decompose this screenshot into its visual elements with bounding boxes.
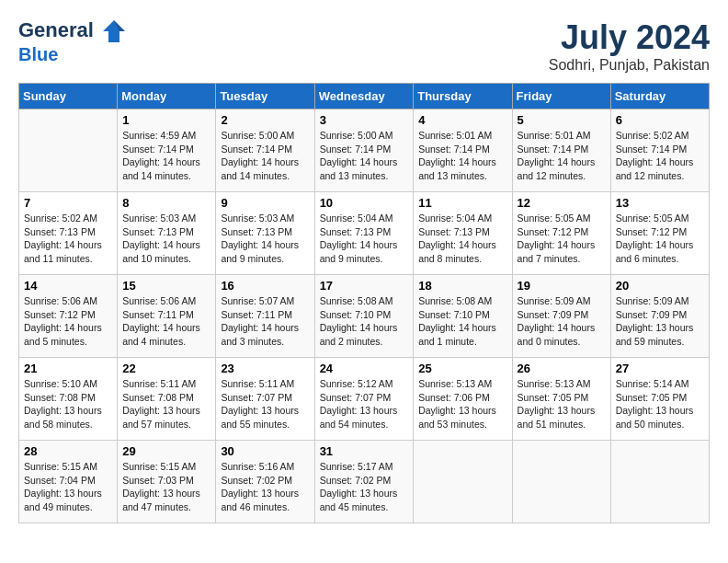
day-number: 8 <box>122 196 210 210</box>
calendar-cell: 27Sunrise: 5:14 AM Sunset: 7:05 PM Dayli… <box>610 358 709 441</box>
day-number: 27 <box>616 362 704 375</box>
day-number: 18 <box>418 279 506 293</box>
day-info: Sunrise: 5:04 AM Sunset: 7:13 PM Dayligh… <box>320 212 409 266</box>
calendar-cell <box>414 441 512 523</box>
day-info: Sunrise: 5:02 AM Sunset: 7:13 PM Dayligh… <box>24 212 112 266</box>
day-info: Sunrise: 5:00 AM Sunset: 7:14 PM Dayligh… <box>320 129 409 183</box>
day-number: 28 <box>24 444 112 458</box>
day-info: Sunrise: 5:00 AM Sunset: 7:14 PM Dayligh… <box>221 129 309 183</box>
calendar-cell: 26Sunrise: 5:13 AM Sunset: 7:05 PM Dayli… <box>512 358 610 441</box>
day-info: Sunrise: 5:03 AM Sunset: 7:13 PM Dayligh… <box>122 212 210 266</box>
day-number: 10 <box>320 196 409 210</box>
day-info: Sunrise: 5:11 AM Sunset: 7:08 PM Dayligh… <box>122 377 210 431</box>
calendar-week-row: 14Sunrise: 5:06 AM Sunset: 7:12 PM Dayli… <box>19 275 710 358</box>
calendar-cell: 6Sunrise: 5:02 AM Sunset: 7:14 PM Daylig… <box>610 109 709 192</box>
weekday-header: Sunday <box>19 84 118 109</box>
calendar-cell: 22Sunrise: 5:11 AM Sunset: 7:08 PM Dayli… <box>118 358 216 441</box>
day-info: Sunrise: 5:01 AM Sunset: 7:14 PM Dayligh… <box>418 129 506 183</box>
calendar-week-row: 7Sunrise: 5:02 AM Sunset: 7:13 PM Daylig… <box>19 192 710 275</box>
calendar-table: SundayMondayTuesdayWednesdayThursdayFrid… <box>18 83 710 523</box>
day-number: 12 <box>518 196 606 210</box>
calendar-cell: 3Sunrise: 5:00 AM Sunset: 7:14 PM Daylig… <box>314 109 414 192</box>
day-number: 6 <box>616 113 704 127</box>
weekday-header: Wednesday <box>314 84 414 109</box>
calendar-cell: 20Sunrise: 5:09 AM Sunset: 7:09 PM Dayli… <box>610 275 709 358</box>
logo-icon <box>101 18 127 44</box>
calendar-cell: 19Sunrise: 5:09 AM Sunset: 7:09 PM Dayli… <box>512 275 610 358</box>
weekday-header: Monday <box>118 84 216 109</box>
calendar-cell: 13Sunrise: 5:05 AM Sunset: 7:12 PM Dayli… <box>610 192 709 275</box>
calendar-cell: 30Sunrise: 5:16 AM Sunset: 7:02 PM Dayli… <box>216 441 314 523</box>
calendar-cell: 15Sunrise: 5:06 AM Sunset: 7:11 PM Dayli… <box>118 275 216 358</box>
calendar-cell <box>512 441 610 523</box>
day-number: 14 <box>24 279 112 293</box>
day-info: Sunrise: 5:01 AM Sunset: 7:14 PM Dayligh… <box>518 129 606 183</box>
weekday-header: Thursday <box>414 84 512 109</box>
calendar-cell: 7Sunrise: 5:02 AM Sunset: 7:13 PM Daylig… <box>19 192 118 275</box>
day-number: 19 <box>518 279 606 293</box>
day-number: 2 <box>221 113 309 127</box>
day-info: Sunrise: 5:17 AM Sunset: 7:02 PM Dayligh… <box>320 460 409 514</box>
weekday-header: Tuesday <box>216 84 314 109</box>
day-info: Sunrise: 5:03 AM Sunset: 7:13 PM Dayligh… <box>221 212 309 266</box>
logo-subtext: Blue <box>18 44 127 64</box>
day-info: Sunrise: 5:12 AM Sunset: 7:07 PM Dayligh… <box>320 377 409 431</box>
calendar-cell: 14Sunrise: 5:06 AM Sunset: 7:12 PM Dayli… <box>19 275 118 358</box>
calendar-header-row: SundayMondayTuesdayWednesdayThursdayFrid… <box>19 84 710 109</box>
weekday-header: Friday <box>512 84 610 109</box>
calendar-cell: 29Sunrise: 5:15 AM Sunset: 7:03 PM Dayli… <box>118 441 216 523</box>
day-info: Sunrise: 5:13 AM Sunset: 7:05 PM Dayligh… <box>518 377 606 431</box>
day-number: 31 <box>320 444 409 458</box>
day-info: Sunrise: 5:10 AM Sunset: 7:08 PM Dayligh… <box>24 377 112 431</box>
day-info: Sunrise: 5:15 AM Sunset: 7:04 PM Dayligh… <box>24 460 112 514</box>
day-info: Sunrise: 5:13 AM Sunset: 7:06 PM Dayligh… <box>418 377 506 431</box>
calendar-cell: 2Sunrise: 5:00 AM Sunset: 7:14 PM Daylig… <box>216 109 314 192</box>
calendar-week-row: 21Sunrise: 5:10 AM Sunset: 7:08 PM Dayli… <box>19 358 710 441</box>
day-number: 1 <box>122 113 210 127</box>
location: Sodhri, Punjab, Pakistan <box>549 57 710 74</box>
day-info: Sunrise: 4:59 AM Sunset: 7:14 PM Dayligh… <box>122 129 210 183</box>
day-number: 16 <box>221 279 309 293</box>
calendar-cell <box>19 109 118 192</box>
calendar-cell: 21Sunrise: 5:10 AM Sunset: 7:08 PM Dayli… <box>19 358 118 441</box>
day-number: 5 <box>518 113 606 127</box>
calendar-cell: 5Sunrise: 5:01 AM Sunset: 7:14 PM Daylig… <box>512 109 610 192</box>
month-year: July 2024 <box>549 18 710 57</box>
day-number: 9 <box>221 196 309 210</box>
day-info: Sunrise: 5:14 AM Sunset: 7:05 PM Dayligh… <box>616 377 704 431</box>
day-number: 23 <box>221 362 309 375</box>
day-info: Sunrise: 5:08 AM Sunset: 7:10 PM Dayligh… <box>320 294 409 349</box>
calendar-cell: 12Sunrise: 5:05 AM Sunset: 7:12 PM Dayli… <box>512 192 610 275</box>
day-number: 30 <box>221 444 309 458</box>
day-number: 21 <box>24 362 112 375</box>
day-number: 25 <box>418 362 506 375</box>
day-info: Sunrise: 5:09 AM Sunset: 7:09 PM Dayligh… <box>616 294 704 349</box>
day-info: Sunrise: 5:06 AM Sunset: 7:12 PM Dayligh… <box>24 294 112 349</box>
calendar-cell <box>610 441 709 523</box>
day-number: 13 <box>616 196 704 210</box>
day-info: Sunrise: 5:05 AM Sunset: 7:12 PM Dayligh… <box>616 212 704 266</box>
calendar-cell: 23Sunrise: 5:11 AM Sunset: 7:07 PM Dayli… <box>216 358 314 441</box>
calendar-cell: 25Sunrise: 5:13 AM Sunset: 7:06 PM Dayli… <box>414 358 512 441</box>
day-info: Sunrise: 5:11 AM Sunset: 7:07 PM Dayligh… <box>221 377 309 431</box>
day-number: 7 <box>24 196 112 210</box>
day-number: 3 <box>320 113 409 127</box>
calendar-cell: 17Sunrise: 5:08 AM Sunset: 7:10 PM Dayli… <box>314 275 414 358</box>
calendar-cell: 4Sunrise: 5:01 AM Sunset: 7:14 PM Daylig… <box>414 109 512 192</box>
calendar-cell: 11Sunrise: 5:04 AM Sunset: 7:13 PM Dayli… <box>414 192 512 275</box>
day-number: 22 <box>122 362 210 375</box>
calendar-cell: 31Sunrise: 5:17 AM Sunset: 7:02 PM Dayli… <box>314 441 414 523</box>
page-header: General Blue July 2024 Sodhri, Punjab, P… <box>18 18 710 74</box>
logo: General Blue <box>18 18 127 64</box>
day-number: 4 <box>418 113 506 127</box>
day-number: 11 <box>418 196 506 210</box>
day-number: 24 <box>320 362 409 375</box>
day-info: Sunrise: 5:16 AM Sunset: 7:02 PM Dayligh… <box>221 460 309 514</box>
weekday-header: Saturday <box>610 84 709 109</box>
day-info: Sunrise: 5:04 AM Sunset: 7:13 PM Dayligh… <box>418 212 506 266</box>
calendar-cell: 16Sunrise: 5:07 AM Sunset: 7:11 PM Dayli… <box>216 275 314 358</box>
calendar-cell: 28Sunrise: 5:15 AM Sunset: 7:04 PM Dayli… <box>19 441 118 523</box>
day-info: Sunrise: 5:05 AM Sunset: 7:12 PM Dayligh… <box>518 212 606 266</box>
day-info: Sunrise: 5:06 AM Sunset: 7:11 PM Dayligh… <box>122 294 210 349</box>
day-number: 17 <box>320 279 409 293</box>
